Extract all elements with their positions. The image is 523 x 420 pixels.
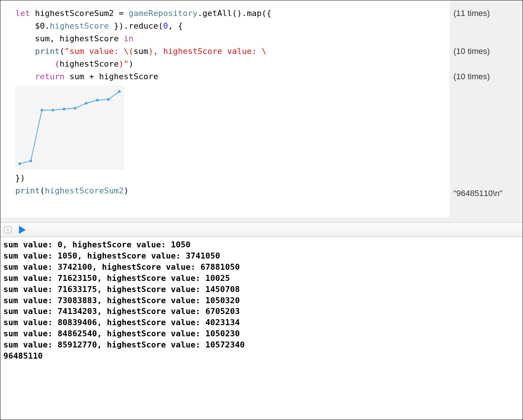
results-sidebar[interactable]: (11 times) (10 times) (10 times) "964851…: [450, 0, 523, 222]
result-value[interactable]: (10 times): [453, 45, 520, 58]
code-panel[interactable]: let highestScoreSum2 = gameRepository.ge…: [0, 0, 450, 222]
code-line: print("sum value: \(sum), highestScore v…: [15, 45, 450, 58]
svg-point-4: [63, 108, 65, 110]
svg-point-2: [41, 109, 43, 111]
inline-chart[interactable]: [15, 86, 124, 170]
debug-menu-button[interactable]: ▽: [4, 227, 12, 233]
svg-point-7: [96, 99, 99, 101]
code-line: return sum + highestScore: [15, 70, 450, 83]
svg-point-0: [19, 162, 21, 165]
svg-point-1: [29, 160, 32, 162]
svg-point-8: [107, 98, 110, 100]
console-output[interactable]: sum value: 0, highestScore value: 1050 s…: [0, 237, 523, 364]
code-line: $0.highestScore }).reduce(0, {: [15, 20, 450, 32]
editor-area: let highestScoreSum2 = gameRepository.ge…: [0, 0, 523, 223]
run-button[interactable]: [19, 226, 26, 234]
code-line: sum, highestScore in: [15, 32, 450, 45]
svg-point-6: [85, 102, 87, 105]
svg-point-3: [52, 109, 54, 111]
horizontal-scrollbar[interactable]: [0, 217, 450, 222]
svg-point-5: [74, 107, 76, 109]
code-line: (highestScore)"): [15, 58, 450, 70]
chevron-down-icon: ▽: [7, 228, 9, 232]
svg-point-9: [118, 90, 121, 93]
code-line: print(highestScoreSum2): [15, 185, 450, 197]
debug-toolbar: ▽: [0, 223, 523, 237]
result-value[interactable]: "96485110\n": [453, 187, 520, 200]
code-line: let highestScoreSum2 = gameRepository.ge…: [15, 7, 450, 20]
result-value[interactable]: (10 times): [453, 70, 520, 83]
result-value[interactable]: (11 times): [453, 7, 520, 20]
chart-svg: [15, 86, 124, 170]
code-line: }): [15, 172, 450, 185]
